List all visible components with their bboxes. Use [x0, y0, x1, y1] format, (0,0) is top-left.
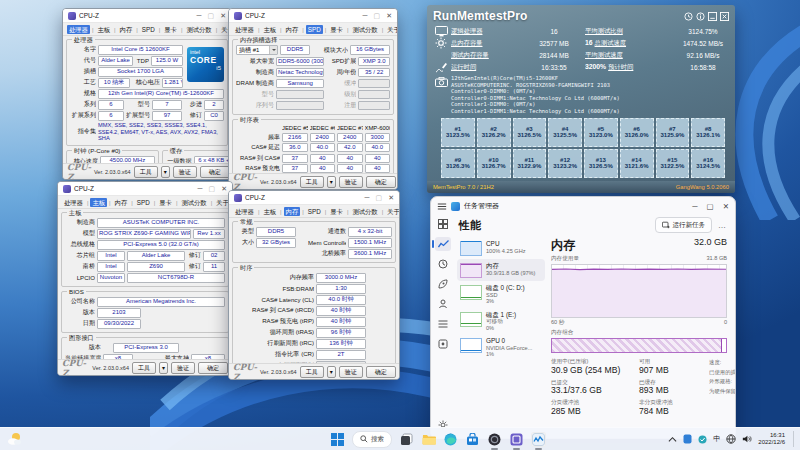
validate-button[interactable]: 验证	[339, 366, 363, 378]
show-desktop-button[interactable]	[793, 431, 796, 447]
titlebar[interactable]: RunMemtestPro	[427, 5, 735, 24]
nav-processes-icon[interactable]	[435, 217, 451, 231]
search-box[interactable]: 搜索	[352, 431, 392, 448]
titlebar[interactable]: CPU-Z ─▢✕	[229, 191, 399, 205]
close-icon[interactable]: ✕	[221, 185, 227, 192]
tools-button[interactable]: 工具	[300, 176, 324, 188]
tab-处理器[interactable]: 处理器	[233, 207, 256, 216]
nav-users-icon[interactable]	[435, 297, 451, 311]
sidebar-item-磁盘 0 (C: D:)[interactable]: 磁盘 0 (C: D:)SSD3%	[457, 281, 545, 308]
close-icon[interactable]: ✕	[220, 12, 226, 19]
sidebar-item-磁盘 1 (E:)[interactable]: 磁盘 1 (E:)可移动0%	[457, 308, 545, 335]
close-icon[interactable]	[720, 12, 729, 21]
network-icon[interactable]	[726, 434, 736, 444]
volume-icon[interactable]	[742, 434, 752, 444]
microsoft-store-icon[interactable]	[465, 432, 480, 447]
nav-details-icon[interactable]	[435, 317, 451, 331]
nav-startup-apps-icon[interactable]	[435, 277, 451, 291]
memory-composition-bar[interactable]	[551, 338, 727, 353]
tab-内存[interactable]: 内存	[118, 25, 135, 34]
ok-button[interactable]: 确定	[200, 166, 230, 178]
tab-处理器[interactable]: 处理器	[62, 198, 85, 207]
minimize-icon[interactable]: ─	[198, 185, 203, 192]
tab-SPD[interactable]: SPD	[306, 25, 323, 34]
tab-SPD[interactable]: SPD	[135, 198, 152, 207]
tab-主板[interactable]: 主板	[95, 25, 112, 34]
run-new-task-button[interactable]: 运行新任务	[655, 217, 713, 233]
nav-performance-icon[interactable]	[435, 237, 451, 251]
ok-button[interactable]: 确定	[366, 176, 396, 188]
tab-内存[interactable]: 内存	[284, 207, 301, 216]
clock[interactable]: 16:31 2022/12/6	[758, 432, 785, 446]
sidebar-item-内存[interactable]: 内存30.9/31.8 GB (97%)	[457, 259, 545, 281]
ok-button[interactable]: 确定	[198, 362, 228, 374]
memory-usage-graph[interactable]	[551, 264, 727, 318]
tab-关于[interactable]: 关于	[385, 207, 400, 216]
tools-button[interactable]: 工具	[300, 366, 324, 378]
tab-显卡[interactable]: 显卡	[157, 198, 174, 207]
minimize-icon[interactable]: ─	[363, 12, 368, 19]
tab-处理器[interactable]: 处理器	[67, 25, 90, 34]
hamburger-menu-icon[interactable]	[437, 202, 447, 211]
minimize-icon[interactable]: ─	[692, 202, 697, 211]
close-icon[interactable]: ✕	[388, 194, 394, 201]
tab-内存[interactable]: 内存	[113, 198, 130, 207]
dropdown[interactable]: 插槽 #1	[236, 45, 278, 55]
taskbar-memtest-icon[interactable]	[531, 432, 546, 447]
nav-services-icon[interactable]	[435, 337, 451, 351]
taskbar-app-dark-icon[interactable]	[487, 432, 502, 447]
start-button[interactable]	[330, 432, 345, 447]
tools-dropdown-button[interactable]: ▾	[161, 166, 170, 178]
tray-app-blue-icon[interactable]	[683, 434, 692, 444]
validate-button[interactable]: 验证	[171, 362, 195, 374]
tab-SPD[interactable]: SPD	[140, 25, 157, 34]
tab-主板[interactable]: 主板	[261, 207, 278, 216]
tab-测试分数[interactable]: 测试分数	[350, 25, 379, 34]
titlebar[interactable]: CPU-Z ─▢✕	[63, 9, 231, 23]
tools-button[interactable]: 工具	[134, 166, 158, 178]
ok-button[interactable]: 确定	[366, 366, 396, 378]
tab-处理器[interactable]: 处理器	[233, 25, 256, 34]
tray-app-teal-icon[interactable]	[698, 435, 707, 444]
tab-主板[interactable]: 主板	[90, 198, 107, 207]
close-icon[interactable]: ✕	[386, 12, 392, 19]
tab-显卡[interactable]: 显卡	[328, 207, 345, 216]
tools-dropdown-button[interactable]: ▾	[327, 366, 336, 378]
tools-dropdown-button[interactable]: ▾	[327, 176, 336, 188]
minimize-icon[interactable]: ─	[197, 12, 202, 19]
taskbar-cpuz-icon[interactable]	[509, 432, 524, 447]
file-explorer-icon[interactable]	[421, 432, 436, 447]
tab-测试分数[interactable]: 测试分数	[184, 25, 213, 34]
widgets-weather-icon[interactable]	[6, 431, 22, 447]
tab-主板[interactable]: 主板	[261, 25, 278, 34]
tab-测试分数[interactable]: 测试分数	[179, 198, 208, 207]
tray-chevron-up-icon[interactable]	[668, 436, 677, 443]
info-icon[interactable]	[696, 12, 705, 21]
titlebar[interactable]: 任务管理器 ─▢✕	[431, 197, 735, 215]
tab-测试分数[interactable]: 测试分数	[350, 207, 379, 216]
minimize-icon[interactable]: ─	[365, 194, 370, 201]
titlebar[interactable]: CPU-Z ─▢✕	[229, 9, 397, 23]
tab-内存[interactable]: 内存	[284, 25, 301, 34]
close-icon[interactable]: ✕	[723, 202, 729, 211]
clock-icon[interactable]	[684, 12, 693, 21]
task-view-button[interactable]	[399, 432, 414, 447]
titlebar[interactable]: CPU-Z ─▢✕	[58, 182, 232, 196]
sidebar-item-GPU 0[interactable]: GPU 0NVIDIA GeForce...1%	[457, 334, 545, 361]
tools-button[interactable]: 工具	[132, 362, 156, 374]
tab-显卡[interactable]: 显卡	[162, 25, 179, 34]
validate-button[interactable]: 验证	[173, 166, 197, 178]
nav-app-history-icon[interactable]	[435, 257, 451, 271]
sidebar-item-CPU[interactable]: CPU100% 4.25 GHz	[457, 237, 545, 259]
validate-button[interactable]: 验证	[339, 176, 363, 188]
maximize-icon[interactable]: ▢	[707, 202, 714, 211]
minimize-icon[interactable]	[708, 12, 717, 21]
camera-icon[interactable]	[435, 77, 448, 87]
edge-browser-icon[interactable]	[443, 432, 458, 447]
ime-indicator[interactable]: 中	[713, 434, 720, 444]
tools-dropdown-button[interactable]: ▾	[159, 362, 168, 374]
tab-SPD[interactable]: SPD	[306, 207, 323, 216]
tab-关于[interactable]: 关于	[385, 25, 398, 34]
tab-显卡[interactable]: 显卡	[328, 25, 345, 34]
more-options-button[interactable]: …	[718, 221, 727, 230]
